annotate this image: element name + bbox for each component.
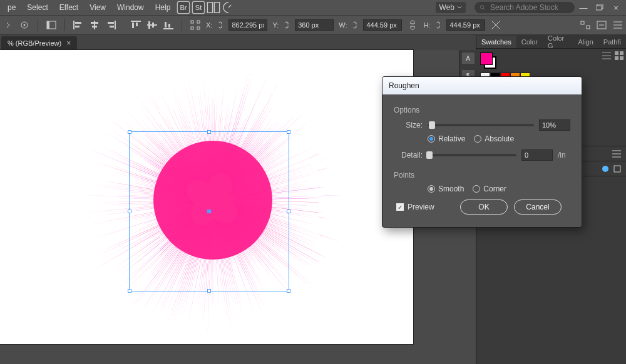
svg-rect-31 [191, 21, 193, 23]
gpu-perf-icon[interactable] [222, 2, 235, 13]
svg-rect-36 [587, 26, 590, 29]
detail-value[interactable]: 0 [521, 149, 553, 161]
menu-effect[interactable]: Effect [54, 1, 83, 14]
tab-color[interactable]: Color [516, 36, 543, 48]
panel-tabs: Swatches Color Color G Align Pathfi [476, 35, 626, 49]
svg-rect-18 [92, 26, 97, 28]
align-vcenter-icon[interactable] [146, 19, 158, 31]
h-label: H: [423, 21, 430, 29]
svg-text:Br: Br [180, 4, 187, 11]
menu-view[interactable]: View [85, 1, 111, 14]
w-field[interactable] [363, 19, 402, 31]
menu-type[interactable]: pe [3, 1, 21, 14]
link-icon[interactable] [349, 19, 361, 31]
dialog-titlebar[interactable]: Roughen [382, 77, 582, 94]
link-icon[interactable] [215, 19, 226, 31]
handle-mid-left[interactable] [128, 210, 131, 213]
align-right-icon[interactable] [105, 19, 116, 31]
panel-menu-icon[interactable] [612, 19, 623, 31]
size-label: Size: [394, 121, 423, 129]
constrain-wh-icon[interactable] [407, 19, 418, 31]
size-value[interactable]: 10% [539, 119, 570, 131]
link-icon[interactable] [281, 19, 292, 31]
menu-window[interactable]: Window [112, 1, 149, 14]
tab-swatches[interactable]: Swatches [476, 36, 516, 48]
svg-rect-29 [165, 22, 167, 28]
search-stock[interactable]: Search Adobe Stock [475, 2, 575, 13]
close-tab-icon[interactable]: × [66, 39, 71, 48]
svg-rect-26 [148, 21, 150, 29]
layer-visible-icon[interactable] [613, 165, 621, 173]
window-minimize[interactable]: — [576, 3, 591, 13]
absolute-radio[interactable]: Absolute [474, 134, 514, 143]
svg-rect-24 [136, 23, 138, 26]
artboard[interactable] [0, 50, 413, 344]
doc-setup-icon[interactable] [46, 19, 57, 31]
document-tab[interactable]: % (RGB/Preview) × [1, 36, 77, 50]
fill-stroke-indicator[interactable] [480, 53, 496, 69]
svg-rect-27 [152, 23, 154, 28]
handle-bot-right[interactable] [287, 289, 290, 293]
svg-rect-8 [596, 6, 602, 10]
align-left-icon[interactable] [73, 19, 84, 31]
selection-bounding-box[interactable] [129, 131, 289, 291]
list-view-icon[interactable] [602, 51, 611, 60]
selection-tool-icon[interactable] [19, 19, 30, 31]
tab-align[interactable]: Align [573, 36, 598, 48]
cancel-button[interactable]: Cancel [514, 200, 562, 215]
svg-rect-13 [73, 21, 74, 29]
link-icon[interactable] [433, 19, 444, 31]
relative-radio[interactable]: Relative [428, 134, 465, 143]
align-bottom-icon[interactable] [163, 19, 174, 31]
corner-radio[interactable]: Corner [473, 185, 506, 193]
chevron-right-icon[interactable] [3, 19, 14, 31]
h-field[interactable] [446, 19, 485, 31]
svg-rect-30 [168, 24, 170, 28]
ok-button[interactable]: OK [460, 200, 508, 215]
handle-bot-left[interactable] [128, 289, 131, 293]
edit-icon[interactable] [596, 19, 607, 31]
arrange-docs-icon[interactable] [207, 2, 220, 13]
x-field[interactable] [228, 19, 267, 31]
target-indicator-icon[interactable] [602, 166, 608, 172]
svg-rect-32 [197, 21, 200, 23]
char-panel-icon[interactable]: A [462, 53, 475, 64]
handle-top-mid[interactable] [207, 130, 211, 134]
detail-slider[interactable] [428, 154, 516, 156]
chevron-down-icon [457, 5, 462, 10]
size-slider[interactable] [428, 124, 534, 126]
svg-text:St: St [195, 4, 202, 11]
svg-rect-17 [91, 22, 98, 24]
smooth-radio[interactable]: Smooth [428, 185, 464, 193]
workspace-switcher[interactable]: Web [436, 2, 466, 13]
handle-top-right[interactable] [287, 130, 290, 134]
handle-top-left[interactable] [128, 130, 131, 134]
fill-swatch[interactable] [480, 53, 493, 65]
align-top-icon[interactable] [130, 19, 141, 31]
menu-select[interactable]: Select [22, 1, 53, 14]
panel-menu-icon[interactable] [612, 150, 621, 158]
grid-view-icon[interactable] [615, 51, 623, 60]
svg-rect-5 [215, 3, 220, 13]
transform-icon[interactable] [190, 19, 201, 31]
y-field[interactable] [295, 19, 334, 31]
isolate-icon[interactable] [580, 19, 591, 31]
svg-rect-4 [208, 3, 213, 13]
handle-bot-mid[interactable] [207, 289, 211, 293]
bridge-icon[interactable]: Br [177, 2, 190, 13]
shape-builder-icon[interactable] [490, 19, 501, 31]
window-close[interactable]: × [608, 3, 623, 13]
menu-help[interactable]: Help [150, 1, 176, 14]
window-restore[interactable] [592, 3, 607, 13]
svg-rect-12 [47, 21, 49, 29]
align-hcenter-icon[interactable] [89, 19, 100, 31]
search-placeholder: Search Adobe Stock [490, 3, 558, 12]
document-tab-title: % (RGB/Preview) [8, 39, 61, 47]
workspace-label: Web [439, 3, 454, 12]
svg-rect-20 [108, 22, 114, 24]
tab-pathfinder[interactable]: Pathfi [598, 36, 626, 48]
handle-center[interactable] [207, 210, 211, 213]
stock-icon[interactable]: St [192, 2, 205, 13]
preview-checkbox[interactable]: ✓ Preview [396, 203, 434, 211]
handle-mid-right[interactable] [287, 210, 290, 213]
